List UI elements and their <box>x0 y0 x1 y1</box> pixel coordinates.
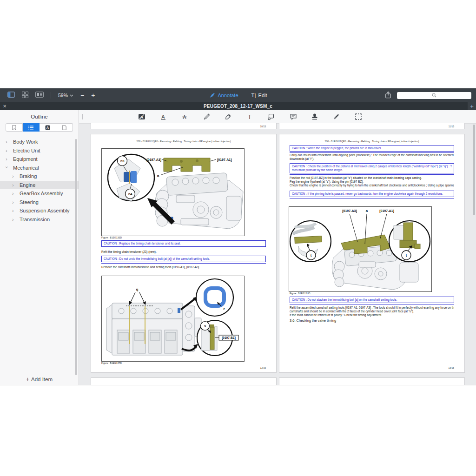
page-scroll-area[interactable]: 10/15 11/15 208 - B1EG011QP0 - Removing … <box>79 123 476 385</box>
svg-text:A: A <box>161 114 165 119</box>
strikethrough-tool-button[interactable]: A <box>180 112 189 121</box>
sidebar-title: Outline <box>0 110 79 119</box>
share-button[interactable] <box>385 91 391 100</box>
document-scrollbar[interactable] <box>473 125 475 215</box>
highlight-icon: A <box>138 113 145 120</box>
edit-tab[interactable]: T| Edit <box>251 93 267 98</box>
bookmark-icon <box>12 125 16 130</box>
shape-tool-button[interactable] <box>266 112 276 121</box>
chevron-right-icon[interactable]: › <box>6 148 9 153</box>
page-number: 10/15 <box>260 125 266 128</box>
sidebar-item-electric-unit[interactable]: › Electric Unit <box>0 146 79 155</box>
marker-tool-button[interactable] <box>224 112 233 121</box>
sidebar-toggle-button[interactable] <box>7 92 15 99</box>
sidebar-tab-outline[interactable] <box>23 123 40 132</box>
zoom-level-dropdown[interactable]: 59% <box>58 93 73 98</box>
document-tab-bar[interactable]: ✕ PEUGEOT_208_12-17_WSM_c + <box>0 102 476 110</box>
figure-label-a: a <box>157 173 159 178</box>
text-tool-button[interactable]: T <box>245 112 254 121</box>
figure-caption: Figure : B1EG13SD <box>101 236 122 239</box>
highlight-tool-button[interactable]: A <box>137 112 146 121</box>
sidebar-item-transmission[interactable]: › Transmission <box>0 215 79 224</box>
zoom-in-button[interactable]: + <box>91 92 95 99</box>
facing-pages-icon <box>35 92 44 98</box>
caution-line: rods must protrude by the same length. <box>292 168 452 172</box>
sidebar-item-label: Suspension Assembly <box>20 208 70 213</box>
chevron-right-icon[interactable]: › <box>12 208 16 213</box>
search-input[interactable] <box>397 92 471 99</box>
annotate-feather-icon <box>209 92 215 99</box>
sidebar-item-label: Braking <box>20 173 37 179</box>
app-window: 59% − + Annotate T| Edit <box>0 0 476 476</box>
select-tool-button[interactable] <box>354 112 363 121</box>
sidebar-item-label: Mechanical <box>13 165 39 171</box>
pinning-rod <box>210 327 214 350</box>
add-item-button[interactable]: +Add Item <box>0 376 79 383</box>
plus-icon: + <box>26 376 29 383</box>
caution-line: CAUTION : Check the position of the pist… <box>292 165 452 168</box>
sidebar-item-gearbox-assembly[interactable]: › GearBox Assembly <box>0 189 79 198</box>
page-header: 208 - B1EG011QP0 - Removing - Refitting … <box>279 140 464 143</box>
stamp-tool-button[interactable] <box>310 112 319 121</box>
chevron-right-icon[interactable]: › <box>6 139 9 144</box>
chevron-down-icon <box>70 94 73 97</box>
marker-icon <box>225 113 232 120</box>
comment-bubble-icon <box>290 113 297 120</box>
signature-tool-button[interactable] <box>331 112 341 121</box>
caution-box: CAUTION : Do not undo the immobilising b… <box>101 256 266 262</box>
figure-label-0197-bz: [0197-BZ] <box>222 336 236 340</box>
chevron-right-icon[interactable]: › <box>12 200 16 205</box>
shape-icon <box>267 113 275 120</box>
sidebar-tab-bookmarks[interactable] <box>6 123 23 132</box>
page-number: 11/15 <box>449 125 454 128</box>
pencil-tool-button[interactable] <box>202 112 212 121</box>
figure-label-r: r <box>223 307 225 311</box>
pencil-icon <box>203 113 211 120</box>
annotate-tab[interactable]: Annotate <box>209 92 238 99</box>
body-text: Refit the timing chain tensioner (23) (n… <box>101 250 266 254</box>
sidebar-item-braking[interactable]: › Braking <box>0 172 79 181</box>
zoom-out-button[interactable]: − <box>80 92 84 99</box>
thumbnails-view-button[interactable] <box>22 92 28 99</box>
selection-marquee-icon <box>355 113 362 120</box>
sidebar-item-body-work[interactable]: › Body Work <box>0 138 79 146</box>
sidebar-tab-pages[interactable] <box>56 123 73 132</box>
sidebar-item-label: Engine <box>20 182 35 188</box>
section-heading: 3.6. Checking the valve timing <box>290 318 336 323</box>
sidebar-tab-annotations[interactable]: A <box>40 123 56 132</box>
sidebar-item-equipment[interactable]: › Equipment <box>0 155 79 164</box>
figure-label-t: t <box>406 253 407 258</box>
sidebar: Outline A <box>0 110 79 385</box>
reading-view-button[interactable] <box>35 92 44 99</box>
engine-side-illustration: q r <box>102 276 244 361</box>
chevron-down-icon[interactable]: › <box>5 166 9 170</box>
underline-tool-button[interactable]: A <box>159 112 168 121</box>
note-tool-button[interactable] <box>289 112 298 121</box>
text-line: Check that the engine is pinned correctl… <box>290 184 454 187</box>
sidebar-scrollbar[interactable] <box>75 139 77 375</box>
sidebar-item-mechanical[interactable]: › Mechanical <box>0 164 79 172</box>
chevron-right-icon[interactable]: › <box>12 191 16 196</box>
figure-label-0197-a3: [0197-A3] <box>342 209 357 213</box>
sidebar-item-steering[interactable]: › Steering <box>0 198 79 207</box>
sidebar-item-label: Transmission <box>20 217 50 222</box>
chevron-right-icon[interactable]: › <box>12 183 16 187</box>
new-tab-button[interactable]: + <box>468 102 476 110</box>
caution-box: CAUTION : Check the position of the pist… <box>290 163 454 173</box>
sidebar-item-engine[interactable]: › Engine <box>0 181 79 190</box>
pdf-page-13: 208 - B1EG011QP0 - Removing - Refitting … <box>279 134 465 373</box>
chevron-right-icon[interactable]: › <box>6 157 9 161</box>
next-page-right-top <box>279 377 465 385</box>
figure-label-0197-a1: [0197-A1] <box>217 158 232 162</box>
sidebar-item-suspension-assembly[interactable]: › Suspension Assembly <box>0 206 79 215</box>
page-number: 13/15 <box>448 366 454 369</box>
toolbar-drag-handle[interactable] <box>82 114 83 119</box>
engine-timing-illustration: 23 24 [0197-A3] [0197-A1] a <box>102 149 244 236</box>
body-text: Refit the assembled camshaft setting too… <box>290 306 454 317</box>
previous-page-right-bottom: 11/15 <box>279 123 465 129</box>
chevron-right-icon[interactable]: › <box>12 217 16 222</box>
text-line: Position the rod [0197-BZ] in the locati… <box>290 176 454 180</box>
chevron-right-icon[interactable]: › <box>12 174 16 178</box>
search-field[interactable] <box>397 92 471 99</box>
figure-b1eg13sd: 23 24 [0197-A3] [0197-A1] a <box>101 148 245 236</box>
